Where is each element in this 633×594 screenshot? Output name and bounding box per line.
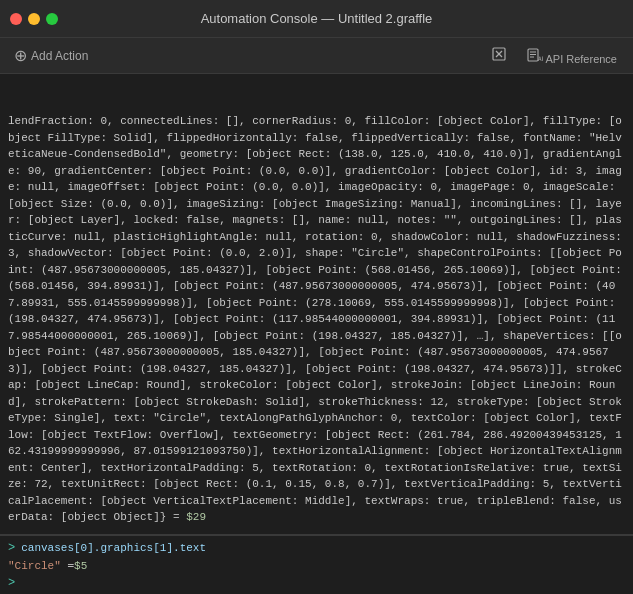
add-action-label: Add Action [31,49,88,63]
window-title: Automation Console — Untitled 2.graffle [201,11,433,26]
maximize-button[interactable] [46,13,58,25]
clear-icon [491,46,507,62]
traffic-lights [10,13,58,25]
console-output[interactable]: lendFraction: 0, connectedLines: [], cor… [0,74,633,534]
add-action-button[interactable]: ⊕ Add Action [10,46,92,66]
api-reference-label: API Reference [545,53,617,65]
input-result-text: "Circle" [8,560,61,572]
toolbar-left: ⊕ Add Action [10,46,92,66]
prompt-icon: > [8,541,15,555]
input-line-result: "Circle" = $5 [0,557,633,574]
toolbar: ⊕ Add Action API API Reference [0,38,633,74]
result-equals: = [61,559,74,572]
api-icon: API [527,47,543,63]
toolbar-right: API API Reference [485,44,623,67]
cursor-line[interactable]: > [0,574,633,592]
result-ref-29: $29 [186,511,206,523]
cursor-prompt: > [8,576,15,590]
svg-text:API: API [538,55,543,62]
close-button[interactable] [10,13,22,25]
plus-icon: ⊕ [14,48,27,64]
output-text: lendFraction: 0, connectedLines: [], cor… [8,113,625,526]
input-line-command: > canvases[0].graphics[1].text [0,539,633,557]
api-reference-button[interactable]: API API Reference [521,45,623,67]
minimize-button[interactable] [28,13,40,25]
clear-button[interactable] [485,44,513,67]
input-area: > canvases[0].graphics[1].text "Circle" … [0,535,633,594]
result-value-5: $5 [74,560,87,572]
title-bar: Automation Console — Untitled 2.graffle [0,0,633,38]
input-command-text: canvases[0].graphics[1].text [21,542,206,554]
